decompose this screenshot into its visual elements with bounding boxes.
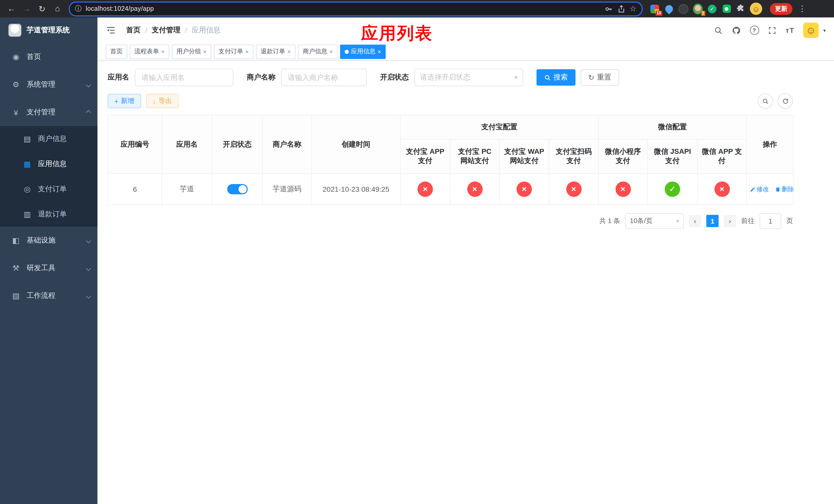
app-name-input[interactable] [135, 69, 233, 86]
edit-link[interactable]: 修改 [750, 185, 769, 193]
sidebar-item-refund-orders[interactable]: ▥ 退款订单 [0, 202, 97, 227]
merchant-name-input[interactable] [281, 69, 367, 86]
close-icon[interactable]: × [161, 48, 164, 55]
status-select[interactable]: 请选择开启状态 ▾ [414, 69, 523, 86]
sidebar-logo-row: 芋道管理系统 [0, 18, 97, 43]
password-key-icon[interactable] [604, 4, 613, 13]
card-icon: ▤ [23, 134, 32, 143]
prev-page-button[interactable]: ‹ [689, 215, 701, 227]
tab-merchant-info[interactable]: 商户信息 × [298, 44, 337, 59]
extension-icon-green-check[interactable]: ✓ [707, 4, 717, 14]
chevron-down-icon [86, 82, 91, 87]
cell-app-id: 6 [108, 174, 162, 205]
address-bar[interactable]: ⓘ localhost:1024/pay/app ☆ [69, 1, 643, 16]
status-toggle[interactable] [227, 184, 247, 194]
app-shell: 芋道管理系统 ◉ 首页 ⚙ 系统管理 ¥ 支付管理 ▤ 商户信息 [0, 18, 834, 504]
site-info-icon[interactable]: ⓘ [75, 4, 82, 13]
goto-page-input[interactable] [760, 213, 781, 229]
tab-user-group[interactable]: 用户分组 × [172, 44, 211, 59]
cell-created: 2021-10-23 08:49:25 [312, 174, 400, 205]
close-icon[interactable]: × [377, 48, 381, 55]
close-icon[interactable]: × [287, 48, 291, 55]
breadcrumb-home[interactable]: 首页 [126, 26, 140, 35]
extension-icon-blue-drop[interactable] [664, 4, 674, 14]
filter-app-name: 应用名 [108, 69, 233, 86]
sidebar-item-app-info[interactable]: ▦ 应用信息 [0, 151, 97, 176]
sidebar-item-payment[interactable]: ¥ 支付管理 [0, 98, 97, 126]
close-icon[interactable]: × [203, 48, 207, 55]
home-icon[interactable]: ⌂ [50, 2, 65, 16]
user-avatar[interactable]: ☺ [803, 23, 819, 38]
alipay-pc-status: × [467, 182, 482, 197]
page-suffix: 页 [786, 216, 793, 226]
sidebar-item-infra[interactable]: ◧ 基础设施 [0, 227, 97, 254]
url-text[interactable]: localhost:1024/pay/app [86, 5, 154, 12]
page-size-select[interactable]: 10条/页 ▾ [625, 213, 684, 229]
alipay-qr-status: × [566, 182, 581, 197]
tab-home[interactable]: 首页 [106, 44, 127, 59]
refresh-button[interactable] [777, 93, 793, 109]
reload-icon[interactable]: ↻ [35, 2, 49, 16]
page-overlay-title: 应用列表 [361, 22, 433, 45]
reset-button[interactable]: ↻ 重置 [580, 69, 619, 86]
extension-icon-colorful[interactable]: 10 [650, 4, 660, 14]
col-app-name: 应用名 [162, 115, 212, 174]
sidebar-item-dev-tools[interactable]: ⚒ 研发工具 [0, 254, 97, 282]
export-button[interactable]: ↓ 导出 [146, 94, 178, 108]
extension-icon-avatar[interactable]: 1 [693, 4, 703, 14]
reset-button-label: 重置 [597, 73, 611, 82]
table-toolbar: + 新增 ↓ 导出 [108, 93, 793, 109]
filter-status: 开启状态 请选择开启状态 ▾ [380, 69, 523, 86]
browser-profile-avatar[interactable]: ☺ [750, 3, 762, 15]
help-icon[interactable]: ? [750, 26, 759, 35]
extension-icon-dark[interactable] [679, 4, 688, 14]
forward-icon[interactable]: → [20, 2, 34, 16]
status-label: 开启状态 [380, 73, 409, 82]
sidebar-item-merchant-info[interactable]: ▤ 商户信息 [0, 126, 97, 151]
font-size-icon[interactable]: тT [786, 26, 794, 35]
trash-icon [775, 186, 781, 192]
extensions-puzzle-icon[interactable] [736, 4, 745, 13]
sidebar-item-system[interactable]: ⚙ 系统管理 [0, 71, 97, 98]
sidebar-fold-icon[interactable] [106, 25, 116, 36]
yen-icon: ¥ [11, 108, 21, 117]
toolbar-right [758, 93, 793, 109]
share-icon[interactable] [617, 4, 626, 13]
close-icon[interactable]: × [245, 48, 249, 55]
fullscreen-icon[interactable] [768, 26, 777, 35]
green-check-glyph: ✓ [708, 4, 717, 13]
chevron-down-icon: ▾ [514, 74, 518, 81]
sidebar-item-pay-orders[interactable]: ◎ 支付订单 [0, 176, 97, 202]
delete-link-label: 删除 [782, 185, 794, 193]
search-button[interactable]: 搜索 [536, 69, 575, 86]
extension-icon-green-square[interactable] [722, 4, 731, 14]
col-status: 开启状态 [212, 115, 262, 174]
app-logo [8, 24, 22, 37]
delete-link[interactable]: 删除 [775, 185, 794, 193]
merchant-name-label: 商户名称 [247, 73, 276, 82]
active-tab-dot [345, 49, 349, 53]
browser-update-button[interactable]: 更新 [770, 3, 792, 15]
breadcrumb-payment[interactable]: 支付管理 [152, 26, 180, 35]
add-button[interactable]: + 新增 [108, 94, 141, 108]
current-page[interactable]: 1 [706, 215, 719, 227]
sidebar-item-home[interactable]: ◉ 首页 [0, 43, 97, 71]
browser-menu-icon[interactable]: ⋮ [798, 4, 806, 13]
search-icon[interactable] [714, 26, 723, 35]
back-icon[interactable]: ← [4, 2, 19, 16]
tab-refund-orders[interactable]: 退款订单 × [256, 44, 295, 59]
app-name-label: 应用名 [108, 73, 129, 82]
filter-merchant: 商户名称 [247, 69, 367, 86]
tab-pay-orders[interactable]: 支付订单 × [214, 44, 254, 59]
tab-process-form[interactable]: 流程表单 × [130, 44, 169, 59]
main-area: 应用列表 首页 / 支付管理 / 应用信息 [97, 18, 834, 504]
close-icon[interactable]: × [329, 48, 333, 55]
github-icon[interactable] [732, 26, 741, 35]
tab-app-info[interactable]: 应用信息 × [340, 44, 386, 59]
search-icon [544, 74, 551, 81]
user-menu-caret-icon[interactable]: ▾ [823, 27, 826, 33]
next-page-button[interactable]: › [724, 215, 736, 227]
toggle-search-button[interactable] [758, 93, 773, 109]
bookmark-star-icon[interactable]: ☆ [630, 4, 637, 13]
sidebar-item-workflow[interactable]: ▧ 工作流程 [0, 282, 97, 310]
